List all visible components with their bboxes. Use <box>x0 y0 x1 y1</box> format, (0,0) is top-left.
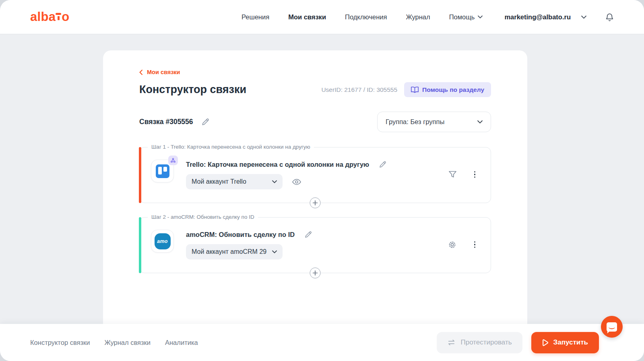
view-connection-button[interactable] <box>291 178 302 186</box>
step-settings-button[interactable] <box>447 239 458 250</box>
back-chevron-icon <box>139 70 142 75</box>
breadcrumb[interactable]: Мои связки <box>139 69 180 75</box>
logo-part: o <box>62 10 69 24</box>
account-select[interactable]: Мой аккаунт amoCRM 29 <box>186 244 283 259</box>
nav-my-bundles[interactable]: Мои связки <box>288 13 326 21</box>
albato-logo[interactable]: albato <box>30 10 69 24</box>
step-title: amoCRM: Обновить сделку по ID <box>186 231 295 239</box>
nav-connections[interactable]: Подключения <box>345 13 387 21</box>
pencil-icon <box>201 118 209 126</box>
webhook-trigger-badge <box>168 156 178 165</box>
step-menu-button[interactable] <box>473 240 477 250</box>
user-bundle-ids: UserID: 21677 / ID: 305555 <box>321 86 397 93</box>
tab-builder[interactable]: Конструктор связки <box>30 339 90 346</box>
builder-card: Мои связки Конструктор связки UserID: 21… <box>103 50 527 340</box>
step-legend: Шаг 1 - Trello: Карточка перенесена с од… <box>148 144 314 150</box>
filter-button[interactable] <box>448 170 458 179</box>
main-nav: Решения Мои связки Подключения Журнал По… <box>242 13 483 21</box>
plus-icon <box>313 270 318 276</box>
footer-actions: Протестировать Запустить <box>437 332 599 353</box>
pencil-icon <box>379 161 386 168</box>
edit-bundle-name-button[interactable] <box>200 117 210 127</box>
page-title: Конструктор связки <box>139 83 246 96</box>
bundle-name: Связка #305556 <box>139 118 193 126</box>
bundle-name-row: Связка #305556 Группа: Без группы <box>139 112 491 132</box>
pencil-icon <box>304 231 312 239</box>
account-select[interactable]: Мой аккаунт Trello <box>186 174 283 189</box>
account-select-value: Мой аккаунт amoCRM 29 <box>192 248 269 255</box>
amocrm-app-icon: amo <box>151 230 174 253</box>
book-icon <box>411 86 419 93</box>
chevron-down-icon <box>581 15 586 19</box>
step-legend: Шаг 2 - amoCRM: Обновить сделку по ID <box>148 214 258 220</box>
step-accent-bar <box>139 217 141 273</box>
eye-icon <box>292 178 301 185</box>
edit-step-button[interactable] <box>303 230 313 239</box>
nav-help[interactable]: Помощь <box>449 13 483 21</box>
app-window: albato Решения Мои связки Подключения Жу… <box>0 0 644 361</box>
main-area: Мои связки Конструктор связки UserID: 21… <box>0 34 644 324</box>
trello-icon <box>156 164 169 178</box>
swap-arrows-icon <box>447 339 456 346</box>
bell-icon <box>605 12 614 22</box>
top-nav: albato Решения Мои связки Подключения Жу… <box>0 0 644 34</box>
step-card-action: Шаг 2 - amoCRM: Обновить сделку по ID am… <box>139 217 491 273</box>
logo-t-glyph: t <box>56 10 62 22</box>
account-select-value: Мой аккаунт Trello <box>192 178 269 185</box>
chevron-down-icon <box>272 250 277 253</box>
bottom-tabs: Конструктор связки Журнал связки Аналити… <box>30 339 198 346</box>
notifications-button[interactable] <box>605 12 614 22</box>
account-email: marketing@albato.ru <box>504 13 571 21</box>
chat-bubble-icon <box>607 322 617 332</box>
group-select[interactable]: Группа: Без группы <box>377 112 491 132</box>
run-button[interactable]: Запустить <box>531 332 599 353</box>
test-button[interactable]: Протестировать <box>437 332 522 353</box>
chevron-down-icon <box>272 180 277 183</box>
add-step-button[interactable] <box>310 197 321 208</box>
add-step-button[interactable] <box>310 268 321 278</box>
step-accent-bar <box>139 147 141 203</box>
nav-solutions[interactable]: Решения <box>242 13 269 21</box>
trello-app-icon <box>151 160 174 183</box>
bottom-bar: Конструктор связки Журнал связки Аналити… <box>0 324 644 361</box>
edit-step-button[interactable] <box>378 160 387 169</box>
step-card-trigger: Шаг 1 - Trello: Карточка перенесена с од… <box>139 147 491 203</box>
section-help-button[interactable]: Помощь по разделу <box>404 82 491 97</box>
nav-journal[interactable]: Журнал <box>406 13 430 21</box>
webhook-icon <box>170 158 176 163</box>
group-select-value: Группа: Без группы <box>386 118 444 126</box>
chevron-down-icon <box>477 120 483 124</box>
title-row: Конструктор связки UserID: 21677 / ID: 3… <box>139 82 491 97</box>
logo-part: alba <box>30 10 56 24</box>
chevron-down-icon <box>478 15 483 19</box>
amocrm-icon: amo <box>155 233 171 249</box>
breadcrumb-label: Мои связки <box>147 69 180 75</box>
gear-icon <box>448 240 457 249</box>
funnel-icon <box>448 170 457 178</box>
step-menu-button[interactable] <box>473 170 477 180</box>
chat-widget-button[interactable] <box>601 316 623 338</box>
play-icon <box>542 339 548 346</box>
plus-icon <box>313 200 318 205</box>
tab-journal[interactable]: Журнал связки <box>104 339 151 346</box>
step-title: Trello: Карточка перенесена с одной коло… <box>186 161 369 168</box>
tab-analytics[interactable]: Аналитика <box>165 339 198 346</box>
account-menu[interactable]: marketing@albato.ru <box>504 13 586 21</box>
